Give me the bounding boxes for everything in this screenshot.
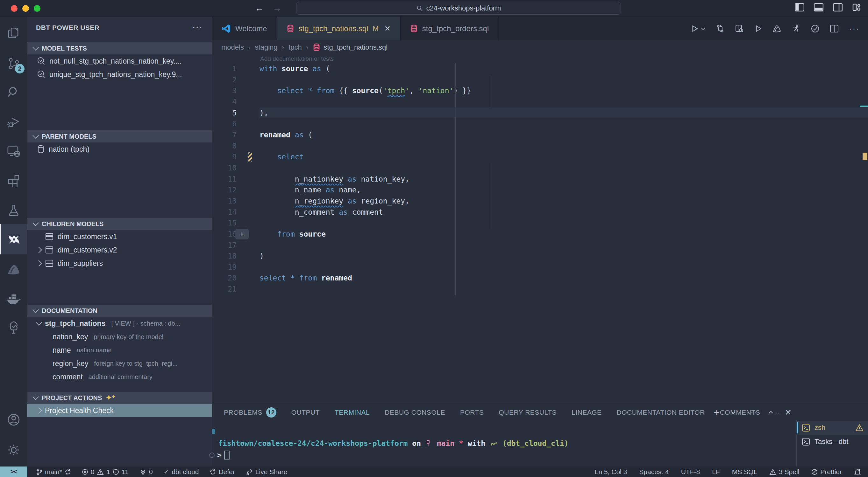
- sidebar-item[interactable]: nation_keyprimary key of the model: [27, 330, 212, 343]
- close-panel-icon[interactable]: ✕: [784, 408, 792, 417]
- close-window-button[interactable]: [11, 5, 18, 12]
- toggle-panel-icon[interactable]: [814, 3, 824, 11]
- activity-run-debug[interactable]: [0, 108, 27, 135]
- code-line-6[interactable]: 6: [212, 118, 868, 129]
- panel-tab-debug-console[interactable]: DEBUG CONSOLE: [385, 409, 445, 416]
- activity-settings-gear[interactable]: [0, 436, 27, 464]
- code-line-11[interactable]: 11 n_nationkey as nation_key,: [212, 174, 868, 185]
- activity-project-tree[interactable]: [0, 314, 27, 342]
- sidebar-item[interactable]: region_keyforeign key to stg_tpch_regi..…: [27, 357, 212, 370]
- status-dbt-cloud[interactable]: ✓dbt cloud: [159, 468, 204, 476]
- command-center-search[interactable]: c24-workshops-platform: [296, 2, 621, 14]
- sidebar-item[interactable]: namenation name: [27, 343, 212, 357]
- status-indentation[interactable]: Spaces: 4: [634, 468, 673, 476]
- code-line-14[interactable]: 14 n_comment as comment: [212, 207, 868, 218]
- panel-tab-terminal[interactable]: TERMINAL: [335, 409, 370, 416]
- code-line-1[interactable]: 1with source as (: [212, 63, 868, 74]
- terminal-output[interactable]: fishtown/coalesce-24/c24-workshops-platf…: [218, 439, 569, 459]
- status-spell-checker[interactable]: 3 Spell: [765, 468, 804, 476]
- run-file-icon[interactable]: [754, 25, 762, 33]
- section-header[interactable]: PROJECT ACTIONS✦✦: [27, 392, 212, 404]
- activity-dbt-power-user[interactable]: [0, 224, 27, 254]
- status-encoding[interactable]: UTF-8: [677, 468, 705, 476]
- code-line-19[interactable]: 19: [212, 262, 868, 273]
- status-live-share[interactable]: Live Share: [241, 468, 292, 476]
- panel-tab-problems[interactable]: PROBLEMS12: [224, 407, 276, 417]
- panel-tab-ports[interactable]: PORTS: [460, 409, 484, 416]
- activity-extensions[interactable]: [0, 167, 27, 194]
- sidebar-item[interactable]: unique_stg_tpch_nations_nation_key.9...: [27, 68, 212, 81]
- code-line-5[interactable]: 5),: [212, 107, 868, 118]
- panel-tab-query-results[interactable]: QUERY RESULTS: [499, 409, 557, 416]
- preview-query-icon[interactable]: [735, 24, 744, 33]
- code-line-2[interactable]: 2: [212, 74, 868, 86]
- panel-tab-output[interactable]: OUTPUT: [291, 409, 320, 416]
- sidebar-item[interactable]: Project Health Check: [27, 404, 212, 417]
- status-ports[interactable]: 0: [135, 468, 157, 476]
- notifications-bell[interactable]: [849, 468, 865, 475]
- panel-tab-documentation-editor[interactable]: DOCUMENTATION EDITOR: [617, 409, 705, 416]
- history-forward-icon[interactable]: →: [273, 3, 281, 13]
- code-line-20[interactable]: 20select * from renamed: [212, 273, 868, 284]
- altimate-icon[interactable]: [773, 25, 781, 33]
- breadcrumb-item[interactable]: models: [221, 43, 244, 52]
- editor-tab-stg-tpch-nations-sql[interactable]: stg_tpch_nations.sqlM✕: [277, 16, 401, 40]
- panel-tab-lineage[interactable]: LINEAGE: [571, 409, 602, 416]
- section-header[interactable]: DOCUMENTATION: [27, 305, 212, 317]
- code-line-13[interactable]: 13 n_regionkey as region_key,: [212, 196, 868, 207]
- status-cursor-position[interactable]: Ln 5, Col 3: [590, 468, 632, 476]
- sidebar-item[interactable]: nation (tpch): [27, 142, 212, 156]
- maximize-window-button[interactable]: [34, 5, 40, 12]
- editor-tab-stg-tpch-orders-sql[interactable]: stg_tpch_orders.sql: [401, 16, 499, 40]
- status-language-mode[interactable]: MS SQL: [727, 468, 762, 476]
- terminal-profile-chevron-icon[interactable]: [731, 410, 736, 415]
- run-dbt-model-button[interactable]: [690, 25, 706, 33]
- code-line-21[interactable]: 21: [212, 284, 868, 295]
- section-header[interactable]: PARENT MODELS: [27, 130, 212, 142]
- section-header[interactable]: MODEL TESTS: [27, 42, 212, 55]
- code-line-15[interactable]: 15: [212, 217, 868, 229]
- window-controls[interactable]: [11, 5, 40, 12]
- split-editor-icon[interactable]: [830, 25, 839, 33]
- status-branch[interactable]: main*: [32, 468, 75, 476]
- sidebar-item[interactable]: stg_tpch_nations[ VIEW ] - schema : db..…: [27, 317, 212, 330]
- code-line-18[interactable]: 18): [212, 250, 868, 262]
- code-line-8[interactable]: 8: [212, 141, 868, 152]
- code-line-9[interactable]: 9 select: [212, 151, 868, 163]
- panel-more-icon[interactable]: ···: [747, 408, 757, 417]
- maximize-panel-icon[interactable]: [768, 410, 774, 415]
- breadcrumb-item[interactable]: staging: [255, 43, 278, 52]
- activity-a-extension[interactable]: [0, 256, 27, 283]
- remote-indicator[interactable]: ><: [0, 467, 27, 477]
- validate-check-icon[interactable]: [811, 24, 819, 33]
- status-prettier[interactable]: Prettier: [807, 468, 846, 476]
- editor-tab-welcome[interactable]: Welcome: [212, 16, 277, 40]
- sidebar-item[interactable]: dim_suppliers: [27, 257, 212, 270]
- status-eol[interactable]: LF: [708, 468, 724, 476]
- codelens-action[interactable]: Add documentation or tests: [212, 54, 868, 63]
- activity-explorer[interactable]: [0, 20, 27, 47]
- terminal-list-item-tasks-dbt[interactable]: Tasks - dbt: [797, 435, 868, 449]
- code-line-16[interactable]: 16+ from source: [212, 229, 868, 240]
- status-problems[interactable]: 0 1 11: [78, 468, 133, 476]
- lineage-icon[interactable]: [716, 24, 725, 33]
- breadcrumb-item[interactable]: stg_tpch_nations.sql: [313, 43, 388, 52]
- sidebar-more-icon[interactable]: ···: [193, 23, 203, 33]
- activity-source-control[interactable]: 2: [0, 50, 27, 77]
- code-line-4[interactable]: 4: [212, 96, 868, 107]
- toggle-primary-sidebar-icon[interactable]: [795, 3, 804, 11]
- activity-remote-explorer[interactable]: [0, 138, 27, 165]
- sidebar-item[interactable]: dim_customers.v2: [27, 243, 212, 257]
- activity-testing[interactable]: [0, 197, 27, 224]
- activity-docker[interactable]: [0, 285, 27, 313]
- close-tab-icon[interactable]: ✕: [384, 24, 391, 33]
- toggle-secondary-sidebar-icon[interactable]: [833, 3, 842, 11]
- section-header[interactable]: CHILDREN MODELS: [27, 218, 212, 230]
- activity-search[interactable]: [0, 78, 27, 106]
- run-tests-icon[interactable]: [792, 24, 801, 33]
- history-back-icon[interactable]: ←: [255, 3, 264, 13]
- gutter-add-button[interactable]: +: [235, 229, 249, 239]
- customize-layout-icon[interactable]: [852, 3, 861, 11]
- code-line-12[interactable]: 12 n_name as name,: [212, 184, 868, 196]
- code-line-17[interactable]: 17: [212, 240, 868, 251]
